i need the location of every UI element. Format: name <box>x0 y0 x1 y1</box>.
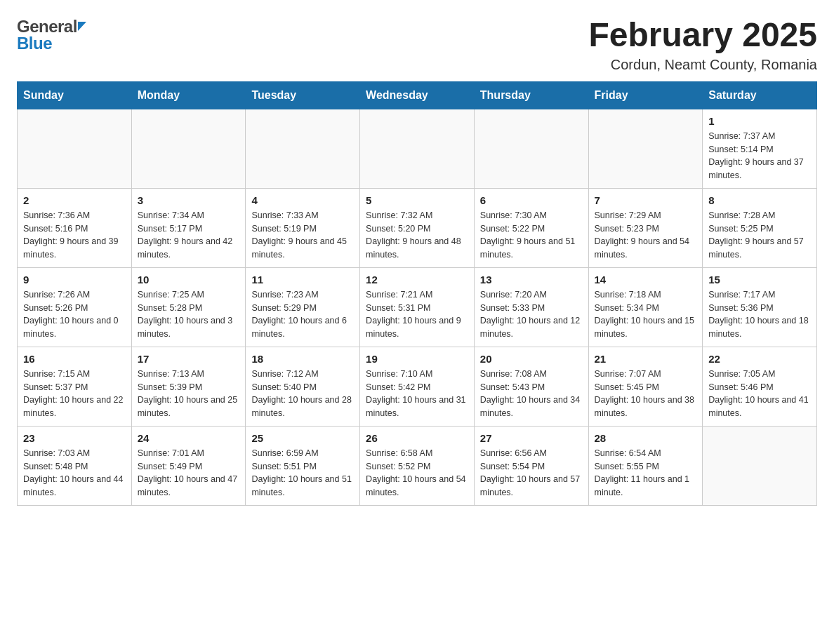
calendar-table: SundayMondayTuesdayWednesdayThursdayFrid… <box>17 81 817 506</box>
calendar-header: SundayMondayTuesdayWednesdayThursdayFrid… <box>18 81 817 109</box>
day-info: Sunrise: 7:05 AMSunset: 5:46 PMDaylight:… <box>708 368 811 420</box>
day-info: Sunrise: 7:12 AMSunset: 5:40 PMDaylight:… <box>251 368 354 420</box>
day-info: Sunrise: 6:58 AMSunset: 5:52 PMDaylight:… <box>366 447 468 499</box>
calendar-cell: 2Sunrise: 7:36 AMSunset: 5:16 PMDaylight… <box>18 188 132 267</box>
weekday-header-row: SundayMondayTuesdayWednesdayThursdayFrid… <box>18 81 817 109</box>
day-info: Sunrise: 7:28 AMSunset: 5:25 PMDaylight:… <box>708 209 811 262</box>
calendar-cell: 26Sunrise: 6:58 AMSunset: 5:52 PMDayligh… <box>360 426 475 505</box>
day-number: 12 <box>366 274 468 286</box>
calendar-subtitle: Cordun, Neamt County, Romania <box>588 57 817 73</box>
calendar-week-row: 23Sunrise: 7:03 AMSunset: 5:48 PMDayligh… <box>18 426 817 505</box>
logo-blue-text: Blue <box>17 34 52 53</box>
calendar-title: February 2025 <box>588 17 817 54</box>
day-number: 11 <box>251 274 354 286</box>
calendar-cell: 7Sunrise: 7:29 AMSunset: 5:23 PMDaylight… <box>588 188 703 267</box>
calendar-cell: 22Sunrise: 7:05 AMSunset: 5:46 PMDayligh… <box>703 347 817 426</box>
weekday-header-saturday: Saturday <box>703 81 817 109</box>
day-number: 2 <box>23 194 126 206</box>
day-info: Sunrise: 7:17 AMSunset: 5:36 PMDaylight:… <box>708 288 811 341</box>
calendar-cell: 6Sunrise: 7:30 AMSunset: 5:22 PMDaylight… <box>474 188 588 267</box>
calendar-cell <box>18 109 132 188</box>
calendar-cell: 18Sunrise: 7:12 AMSunset: 5:40 PMDayligh… <box>246 347 360 426</box>
calendar-cell: 4Sunrise: 7:33 AMSunset: 5:19 PMDaylight… <box>246 188 360 267</box>
day-number: 28 <box>595 432 697 444</box>
calendar-cell: 16Sunrise: 7:15 AMSunset: 5:37 PMDayligh… <box>18 347 132 426</box>
calendar-cell: 28Sunrise: 6:54 AMSunset: 5:55 PMDayligh… <box>588 426 703 505</box>
calendar-week-row: 16Sunrise: 7:15 AMSunset: 5:37 PMDayligh… <box>18 347 817 426</box>
day-number: 8 <box>708 194 811 206</box>
calendar-cell <box>588 109 703 188</box>
day-number: 9 <box>23 274 126 286</box>
calendar-cell: 20Sunrise: 7:08 AMSunset: 5:43 PMDayligh… <box>474 347 588 426</box>
day-info: Sunrise: 7:07 AMSunset: 5:45 PMDaylight:… <box>595 368 697 420</box>
calendar-cell: 11Sunrise: 7:23 AMSunset: 5:29 PMDayligh… <box>246 267 360 347</box>
day-number: 25 <box>251 432 354 444</box>
weekday-header-tuesday: Tuesday <box>246 81 360 109</box>
day-info: Sunrise: 7:08 AMSunset: 5:43 PMDaylight:… <box>480 368 583 420</box>
day-number: 19 <box>366 353 468 365</box>
day-info: Sunrise: 7:13 AMSunset: 5:39 PMDaylight:… <box>138 368 240 420</box>
title-block: February 2025 Cordun, Neamt County, Roma… <box>588 17 817 73</box>
day-number: 15 <box>708 274 811 286</box>
day-number: 23 <box>23 432 126 444</box>
day-info: Sunrise: 7:15 AMSunset: 5:37 PMDaylight:… <box>23 368 126 420</box>
day-number: 26 <box>366 432 468 444</box>
calendar-cell: 8Sunrise: 7:28 AMSunset: 5:25 PMDaylight… <box>703 188 817 267</box>
calendar-body: 1Sunrise: 7:37 AMSunset: 5:14 PMDaylight… <box>18 109 817 505</box>
day-info: Sunrise: 6:59 AMSunset: 5:51 PMDaylight:… <box>251 447 354 499</box>
weekday-header-thursday: Thursday <box>474 81 588 109</box>
day-info: Sunrise: 7:01 AMSunset: 5:49 PMDaylight:… <box>138 447 240 499</box>
calendar-week-row: 2Sunrise: 7:36 AMSunset: 5:16 PMDaylight… <box>18 188 817 267</box>
day-number: 22 <box>708 353 811 365</box>
calendar-cell: 10Sunrise: 7:25 AMSunset: 5:28 PMDayligh… <box>131 267 246 347</box>
calendar-cell: 24Sunrise: 7:01 AMSunset: 5:49 PMDayligh… <box>131 426 246 505</box>
calendar-cell: 21Sunrise: 7:07 AMSunset: 5:45 PMDayligh… <box>588 347 703 426</box>
day-info: Sunrise: 7:29 AMSunset: 5:23 PMDaylight:… <box>595 209 697 262</box>
weekday-header-monday: Monday <box>131 81 246 109</box>
calendar-cell <box>131 109 246 188</box>
calendar-cell <box>246 109 360 188</box>
calendar-cell: 23Sunrise: 7:03 AMSunset: 5:48 PMDayligh… <box>18 426 132 505</box>
day-info: Sunrise: 7:34 AMSunset: 5:17 PMDaylight:… <box>138 209 240 262</box>
day-number: 3 <box>138 194 240 206</box>
calendar-cell: 1Sunrise: 7:37 AMSunset: 5:14 PMDaylight… <box>703 109 817 188</box>
calendar-cell: 14Sunrise: 7:18 AMSunset: 5:34 PMDayligh… <box>588 267 703 347</box>
weekday-header-friday: Friday <box>588 81 703 109</box>
day-info: Sunrise: 7:20 AMSunset: 5:33 PMDaylight:… <box>480 288 583 341</box>
day-number: 20 <box>480 353 583 365</box>
day-info: Sunrise: 7:26 AMSunset: 5:26 PMDaylight:… <box>23 288 126 341</box>
day-info: Sunrise: 6:56 AMSunset: 5:54 PMDaylight:… <box>480 447 583 499</box>
day-info: Sunrise: 7:32 AMSunset: 5:20 PMDaylight:… <box>366 209 468 262</box>
page-header: General Blue February 2025 Cordun, Neamt… <box>17 17 817 73</box>
day-info: Sunrise: 7:21 AMSunset: 5:31 PMDaylight:… <box>366 288 468 341</box>
calendar-cell: 13Sunrise: 7:20 AMSunset: 5:33 PMDayligh… <box>474 267 588 347</box>
day-number: 5 <box>366 194 468 206</box>
logo: General Blue <box>17 17 86 53</box>
day-info: Sunrise: 7:33 AMSunset: 5:19 PMDaylight:… <box>251 209 354 262</box>
day-info: Sunrise: 7:10 AMSunset: 5:42 PMDaylight:… <box>366 368 468 420</box>
weekday-header-wednesday: Wednesday <box>360 81 475 109</box>
day-info: Sunrise: 7:18 AMSunset: 5:34 PMDaylight:… <box>595 288 697 341</box>
day-info: Sunrise: 7:23 AMSunset: 5:29 PMDaylight:… <box>251 288 354 341</box>
day-info: Sunrise: 7:03 AMSunset: 5:48 PMDaylight:… <box>23 447 126 499</box>
day-number: 24 <box>138 432 240 444</box>
day-number: 14 <box>595 274 697 286</box>
day-number: 1 <box>708 115 811 127</box>
calendar-cell: 9Sunrise: 7:26 AMSunset: 5:26 PMDaylight… <box>18 267 132 347</box>
day-info: Sunrise: 7:25 AMSunset: 5:28 PMDaylight:… <box>138 288 240 341</box>
weekday-header-sunday: Sunday <box>18 81 132 109</box>
day-info: Sunrise: 6:54 AMSunset: 5:55 PMDaylight:… <box>595 447 697 499</box>
calendar-cell: 17Sunrise: 7:13 AMSunset: 5:39 PMDayligh… <box>131 347 246 426</box>
day-number: 7 <box>595 194 697 206</box>
day-number: 4 <box>251 194 354 206</box>
calendar-cell <box>474 109 588 188</box>
logo-arrow-icon <box>78 22 86 31</box>
calendar-cell: 27Sunrise: 6:56 AMSunset: 5:54 PMDayligh… <box>474 426 588 505</box>
calendar-cell: 25Sunrise: 6:59 AMSunset: 5:51 PMDayligh… <box>246 426 360 505</box>
calendar-cell: 3Sunrise: 7:34 AMSunset: 5:17 PMDaylight… <box>131 188 246 267</box>
day-number: 18 <box>251 353 354 365</box>
calendar-week-row: 9Sunrise: 7:26 AMSunset: 5:26 PMDaylight… <box>18 267 817 347</box>
day-info: Sunrise: 7:30 AMSunset: 5:22 PMDaylight:… <box>480 209 583 262</box>
day-number: 27 <box>480 432 583 444</box>
calendar-cell: 12Sunrise: 7:21 AMSunset: 5:31 PMDayligh… <box>360 267 475 347</box>
